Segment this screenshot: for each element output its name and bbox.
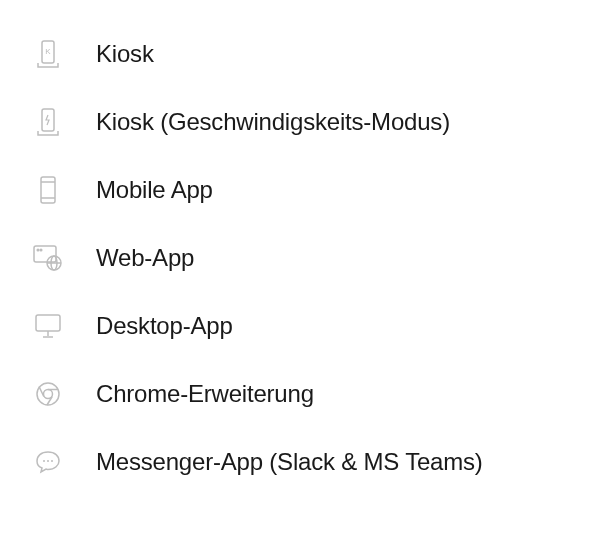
web-app-icon [32, 242, 64, 274]
svg-text:K: K [45, 47, 51, 56]
menu-list: K Kiosk Kiosk (Geschwindigskeits-Modus) … [0, 20, 596, 496]
menu-item-label: Mobile App [96, 176, 213, 204]
svg-point-17 [43, 460, 45, 462]
svg-rect-6 [34, 246, 56, 262]
kiosk-icon: K [32, 38, 64, 70]
chrome-icon [32, 378, 64, 410]
mobile-icon [32, 174, 64, 206]
menu-item-label: Chrome-Erweiterung [96, 380, 314, 408]
menu-item-label: Kiosk [96, 40, 154, 68]
menu-item-messenger[interactable]: Messenger-App (Slack & MS Teams) [0, 428, 596, 496]
menu-item-mobile[interactable]: Mobile App [0, 156, 596, 224]
svg-point-8 [40, 249, 42, 251]
messenger-icon [32, 446, 64, 478]
menu-item-chrome[interactable]: Chrome-Erweiterung [0, 360, 596, 428]
desktop-icon [32, 310, 64, 342]
svg-point-7 [37, 249, 39, 251]
svg-point-15 [37, 383, 59, 405]
svg-point-18 [47, 460, 49, 462]
menu-item-kiosk[interactable]: K Kiosk [0, 20, 596, 88]
svg-rect-12 [36, 315, 60, 331]
svg-rect-3 [41, 177, 55, 203]
menu-item-desktop[interactable]: Desktop-App [0, 292, 596, 360]
menu-item-label: Kiosk (Geschwindigskeits-Modus) [96, 108, 450, 136]
svg-point-19 [51, 460, 53, 462]
kiosk-speed-icon [32, 106, 64, 138]
menu-item-kiosk-speed[interactable]: Kiosk (Geschwindigskeits-Modus) [0, 88, 596, 156]
menu-item-label: Messenger-App (Slack & MS Teams) [96, 448, 483, 476]
menu-item-web-app[interactable]: Web-App [0, 224, 596, 292]
menu-item-label: Desktop-App [96, 312, 233, 340]
menu-item-label: Web-App [96, 244, 194, 272]
